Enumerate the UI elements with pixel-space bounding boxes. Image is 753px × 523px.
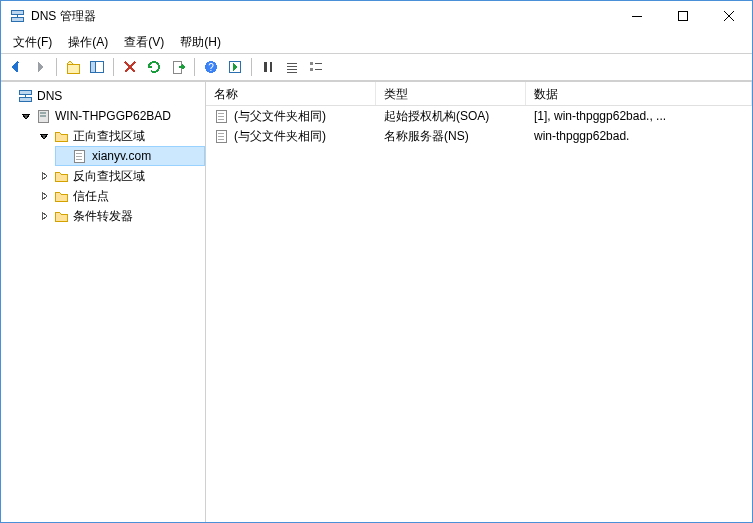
stop-button[interactable]	[257, 56, 279, 78]
list-view-button[interactable]	[281, 56, 303, 78]
svg-rect-22	[310, 62, 313, 65]
svg-text:?: ?	[208, 62, 214, 73]
list-header: 名称 类型 数据	[206, 82, 752, 106]
dns-icon	[17, 88, 33, 104]
tree-label: xianyv.com	[92, 149, 151, 163]
tree-node-zone-xianyv[interactable]: xianyv.com	[55, 146, 205, 166]
zone-icon	[72, 148, 88, 164]
record-icon	[214, 128, 230, 144]
menu-bar: 文件(F) 操作(A) 查看(V) 帮助(H)	[1, 31, 752, 53]
up-button[interactable]	[62, 56, 84, 78]
tree-label: WIN-THPGGP62BAD	[55, 109, 171, 123]
toolbar-separator	[194, 58, 195, 76]
content-area: DNS WIN-THPGGP62BAD	[1, 81, 752, 522]
svg-rect-1	[11, 17, 23, 21]
cell-type: 名称服务器(NS)	[376, 128, 526, 145]
tree-label: DNS	[37, 89, 62, 103]
svg-rect-24	[310, 68, 313, 71]
folder-icon	[53, 188, 69, 204]
tree-label: 条件转发器	[73, 208, 133, 225]
title-bar: DNS 管理器	[1, 1, 752, 31]
cell-type: 起始授权机构(SOA)	[376, 108, 526, 125]
expander-icon[interactable]	[37, 169, 51, 183]
svg-rect-27	[19, 97, 31, 101]
back-button[interactable]	[5, 56, 27, 78]
expander-icon[interactable]	[19, 109, 33, 123]
expander-icon[interactable]	[37, 189, 51, 203]
help-button[interactable]: ?	[200, 56, 222, 78]
properties-button[interactable]	[224, 56, 246, 78]
show-hide-tree-button[interactable]	[86, 56, 108, 78]
list-body: (与父文件夹相同) 起始授权机构(SOA) [1], win-thpggp62b…	[206, 106, 752, 146]
column-header-data[interactable]: 数据	[526, 82, 752, 105]
cell-data: [1], win-thpggp62bad., ...	[526, 109, 752, 123]
toolbar: ?	[1, 53, 752, 81]
maximize-button[interactable]	[660, 1, 706, 31]
column-header-name[interactable]: 名称	[206, 82, 376, 105]
svg-rect-17	[270, 62, 273, 72]
menu-file[interactable]: 文件(F)	[5, 32, 60, 53]
delete-button[interactable]	[119, 56, 141, 78]
minimize-button[interactable]	[614, 1, 660, 31]
app-icon	[9, 8, 25, 24]
tree-node-conditional-forwarders[interactable]: 条件转发器	[37, 206, 205, 226]
export-button[interactable]	[167, 56, 189, 78]
list-row[interactable]: (与父文件夹相同) 名称服务器(NS) win-thpggp62bad.	[206, 126, 752, 146]
tree-label: 反向查找区域	[73, 168, 145, 185]
tree-node-forward-zones[interactable]: 正向查找区域	[37, 126, 205, 146]
close-button[interactable]	[706, 1, 752, 31]
folder-icon	[53, 208, 69, 224]
svg-rect-4	[679, 12, 688, 21]
menu-help[interactable]: 帮助(H)	[172, 32, 229, 53]
tree-label: 信任点	[73, 188, 109, 205]
tree-label: 正向查找区域	[73, 128, 145, 145]
svg-rect-16	[264, 62, 267, 72]
cell-data: win-thpggp62bad.	[526, 129, 752, 143]
svg-rect-0	[11, 10, 23, 14]
menu-action[interactable]: 操作(A)	[60, 32, 116, 53]
svg-rect-31	[40, 115, 46, 117]
window-title: DNS 管理器	[31, 8, 96, 25]
tree-node-trust-points[interactable]: 信任点	[37, 186, 205, 206]
cell-name: (与父文件夹相同)	[234, 108, 326, 125]
toolbar-separator	[251, 58, 252, 76]
detail-view-button[interactable]	[305, 56, 327, 78]
toolbar-separator	[113, 58, 114, 76]
tree-node-reverse-zones[interactable]: 反向查找区域	[37, 166, 205, 186]
svg-rect-30	[40, 112, 46, 114]
server-icon	[35, 108, 51, 124]
tree-node-server[interactable]: WIN-THPGGP62BAD	[19, 106, 205, 126]
menu-view[interactable]: 查看(V)	[116, 32, 172, 53]
folder-icon	[53, 168, 69, 184]
tree-node-dns-root[interactable]: DNS	[1, 86, 205, 106]
list-pane: 名称 类型 数据 (与父文件夹相同) 起始授权机构(SOA) [1], win-…	[206, 82, 752, 522]
window-controls	[614, 1, 752, 31]
toolbar-separator	[56, 58, 57, 76]
cell-name: (与父文件夹相同)	[234, 128, 326, 145]
expander-icon[interactable]	[37, 129, 51, 143]
svg-rect-7	[67, 64, 79, 73]
folder-icon	[53, 128, 69, 144]
column-header-type[interactable]: 类型	[376, 82, 526, 105]
refresh-button[interactable]	[143, 56, 165, 78]
expander-icon[interactable]	[37, 209, 51, 223]
forward-button[interactable]	[29, 56, 51, 78]
record-icon	[214, 108, 230, 124]
tree-pane[interactable]: DNS WIN-THPGGP62BAD	[1, 82, 206, 522]
list-row[interactable]: (与父文件夹相同) 起始授权机构(SOA) [1], win-thpggp62b…	[206, 106, 752, 126]
svg-rect-9	[91, 62, 96, 73]
svg-rect-26	[19, 90, 31, 94]
